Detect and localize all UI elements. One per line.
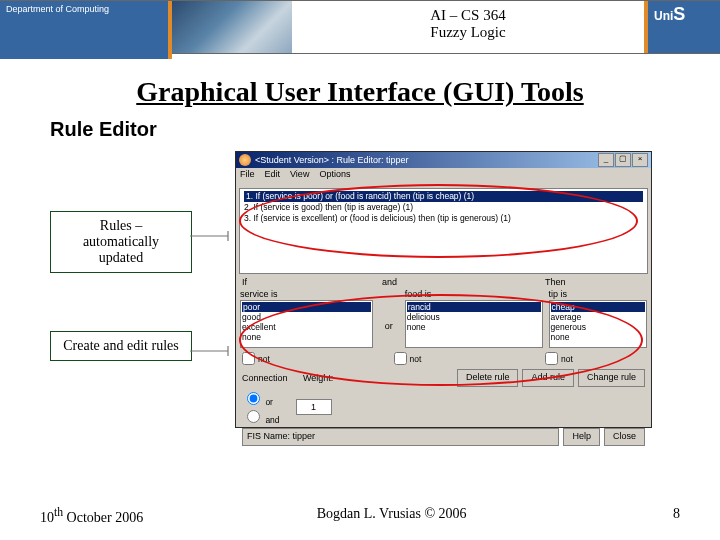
then-label: Then bbox=[545, 277, 645, 287]
and-label: and bbox=[382, 277, 532, 287]
close-button[interactable]: × bbox=[632, 153, 648, 167]
menu-view[interactable]: View bbox=[290, 169, 309, 184]
app-icon bbox=[239, 154, 251, 166]
and-opt: and bbox=[265, 415, 279, 425]
menu-options[interactable]: Options bbox=[319, 169, 350, 184]
fis-name: FIS Name: tipper bbox=[242, 428, 559, 446]
callout-rules: Rules – automatically updated bbox=[50, 211, 192, 273]
accent-bar bbox=[644, 1, 648, 53]
page-number: 8 bbox=[640, 506, 680, 526]
section-title: Rule Editor bbox=[50, 118, 720, 141]
highlight-oval-editor bbox=[239, 294, 643, 386]
minimize-button[interactable]: _ bbox=[598, 153, 614, 167]
course-name: AI – CS 364 bbox=[292, 7, 644, 24]
menu-bar: File Edit View Options bbox=[236, 168, 651, 185]
help-button[interactable]: Help bbox=[563, 428, 600, 446]
title-bar: <Student Version> : Rule Editor: tipper … bbox=[236, 152, 651, 168]
accent-bar bbox=[168, 1, 172, 59]
change-rule-button[interactable]: Change rule bbox=[578, 369, 645, 387]
unis-logo: UniS bbox=[654, 4, 685, 25]
weight-field[interactable]: 1 bbox=[296, 399, 332, 415]
footer-author: Bogdan L. Vrusias © 2006 bbox=[143, 506, 640, 526]
logo-block: UniS bbox=[644, 1, 720, 53]
callout-create: Create and edit rules bbox=[50, 331, 192, 361]
conn-or-radio[interactable] bbox=[247, 392, 260, 405]
footer-date: 10th October 2006 bbox=[40, 506, 143, 526]
menu-edit[interactable]: Edit bbox=[265, 169, 281, 184]
dept-block: Department of Computing bbox=[0, 1, 172, 59]
window-title: <Student Version> : Rule Editor: tipper bbox=[255, 155, 409, 165]
if-label: If bbox=[242, 277, 382, 287]
close-window-button[interactable]: Close bbox=[604, 428, 645, 446]
conn-and-radio[interactable] bbox=[247, 410, 260, 423]
dept-title: Department of Computing bbox=[6, 4, 109, 14]
diagram-area: Rules – automatically updated Create and… bbox=[30, 151, 720, 451]
menu-file[interactable]: File bbox=[240, 169, 255, 184]
tip-label: tip is bbox=[549, 289, 647, 299]
slide-footer: 10th October 2006 Bogdan L. Vrusias © 20… bbox=[0, 506, 720, 526]
page-title: Graphical User Interface (GUI) Tools bbox=[0, 76, 720, 108]
header-photo bbox=[172, 1, 292, 53]
course-topic: Fuzzy Logic bbox=[292, 24, 644, 41]
maximize-button[interactable]: ▢ bbox=[615, 153, 631, 167]
highlight-oval-rules bbox=[239, 184, 638, 258]
connection-label: Connection bbox=[242, 373, 297, 383]
course-block: AI – CS 364 Fuzzy Logic bbox=[292, 1, 644, 53]
or-opt: or bbox=[265, 397, 273, 407]
slide-header: Department of Computing AI – CS 364 Fuzz… bbox=[0, 0, 720, 54]
